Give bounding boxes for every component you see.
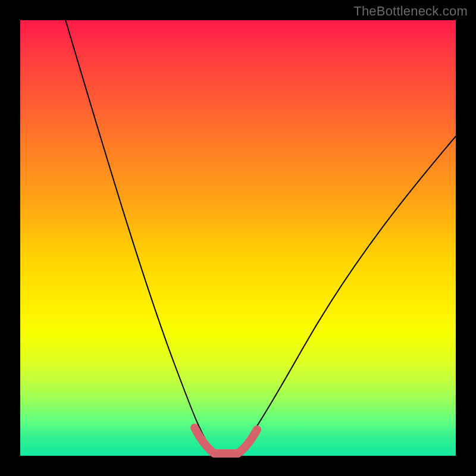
plot-area — [20, 20, 456, 456]
v-curve-thin — [65, 18, 456, 453]
watermark-text: TheBottleneck.com — [353, 4, 468, 19]
v-curve-highlight — [195, 428, 257, 453]
curve-layer — [20, 20, 456, 456]
chart-frame: TheBottleneck.com — [0, 0, 476, 476]
